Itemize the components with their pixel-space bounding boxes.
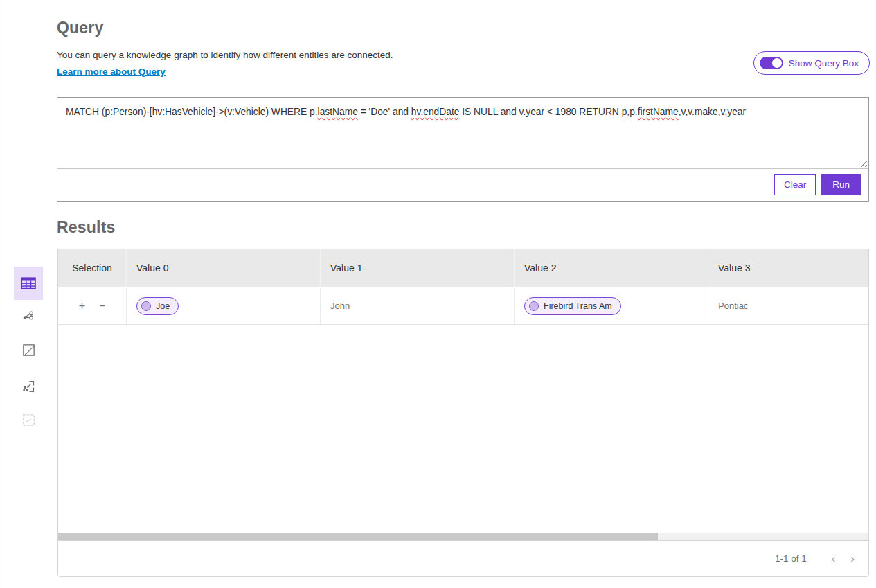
table-view-icon [21,277,36,289]
column-header-value3: Value 3 [708,249,868,287]
map-view-button[interactable] [14,333,43,366]
sidebar-divider [14,368,43,368]
page-left-divider [3,0,3,588]
column-header-value1: Value 1 [321,249,515,287]
query-editor-footer: Clear Run [57,168,868,201]
table-view-button[interactable] [14,267,43,300]
column-header-value0: Value 0 [127,249,321,287]
page-description: You can query a knowledge graph to ident… [57,50,393,60]
column-header-value2: Value 2 [515,249,708,287]
query-text-segment: MATCH (p:Person)-[hv:HasVehicle]->(v:Veh… [66,107,318,117]
query-text-misspelled: lastName [318,107,358,117]
add-to-map-button [14,403,43,436]
toggle-switch-icon[interactable] [760,57,783,69]
query-text-misspelled: hv.endDate [411,107,460,117]
add-to-link-chart-button[interactable] [14,370,43,403]
results-title: Results [57,218,115,237]
pagination-range: 1-1 of 1 [775,553,807,564]
add-to-selection-button[interactable]: + [79,301,85,312]
entity-chip-person[interactable]: Joe [136,297,179,315]
toggle-knob [772,58,782,68]
clear-button[interactable]: Clear [774,174,816,195]
run-button[interactable]: Run [821,174,861,195]
remove-from-selection-button[interactable]: − [99,301,105,312]
query-editor-panel: MATCH (p:Person)-[hv:HasVehicle]->(v:Veh… [57,97,869,202]
value2-cell: Firebird Trans Am [515,287,708,324]
link-chart-view-button[interactable] [14,300,43,333]
previous-page-button[interactable]: ‹ [832,553,836,564]
table-row: + − Joe John Firebird Trans Am Pontiac [58,287,868,325]
query-input[interactable]: MATCH (p:Person)-[hv:HasVehicle]->(v:Veh… [57,98,868,169]
selection-cell: + − [58,287,127,324]
value1-cell: John [321,287,515,324]
query-text-segment: ,v,v.make,v.year [679,107,746,117]
show-query-box-label: Show Query Box [789,58,859,69]
value3-cell: Pontiac [708,287,868,324]
scrollbar-thumb[interactable] [58,533,658,540]
learn-more-link[interactable]: Learn more about Query [57,66,166,77]
results-table: Selection Value 0 Value 1 Value 2 Value … [57,249,869,577]
query-page: { "colors": { "accent_purple": "#6f3bd4"… [0,0,876,588]
next-page-button[interactable]: › [850,553,855,564]
page-title: Query [57,19,103,37]
column-header-selection: Selection [58,249,127,287]
map-view-icon [23,344,35,356]
show-query-box-toggle[interactable]: Show Query Box [753,51,870,75]
horizontal-scrollbar[interactable] [58,533,868,540]
entity-chip-label: Firebird Trans Am [544,301,612,311]
entity-chip-label: Joe [156,301,170,311]
query-text-segment: = 'Doe' and [358,107,411,117]
table-footer: 1-1 of 1 ‹ › [58,540,868,576]
add-to-map-icon [23,414,35,426]
results-view-sidebar [14,267,43,436]
query-text-segment: IS NULL and v.year < 1980 RETURN p,p. [459,107,637,117]
value0-cell: Joe [127,287,321,324]
query-text-misspelled: firstName [638,107,679,117]
entity-chip-vehicle[interactable]: Firebird Trans Am [524,297,621,315]
entity-icon [529,301,539,311]
entity-icon [141,301,151,311]
add-to-link-chart-icon [22,380,35,393]
table-header-row: Selection Value 0 Value 1 Value 2 Value … [58,249,868,287]
link-chart-view-icon [22,310,35,323]
